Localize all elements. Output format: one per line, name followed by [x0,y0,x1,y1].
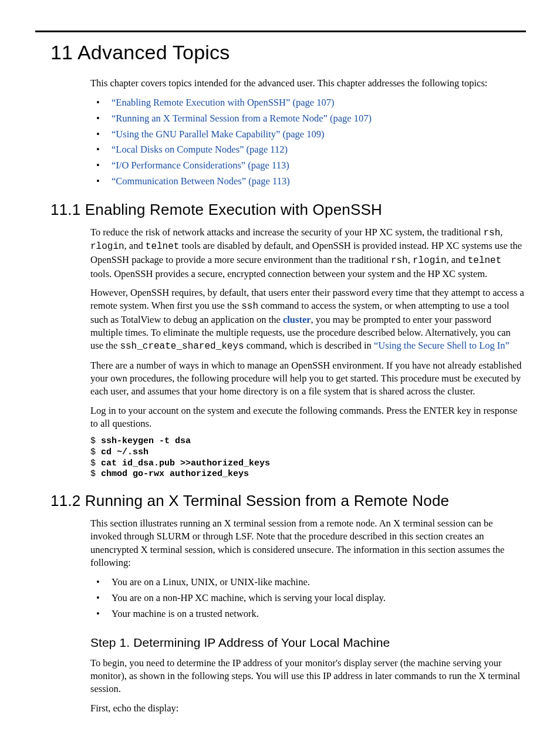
code-inline: telnet [146,241,180,252]
code-block: $ ssh-keygen -t dsa $ cd ~/.ssh $ cat id… [90,436,525,480]
toc-item: “Using the GNU Parallel Make Capability”… [90,127,525,142]
text-run: , and [124,240,146,251]
toc-item: “Local Disks on Compute Nodes” (page 112… [90,143,525,157]
text-run: , [408,254,413,265]
code-inline: rsh [484,228,501,238]
body-paragraph: Log in to your account on the system and… [90,404,525,431]
code-inline: ssh [241,301,258,312]
list-item: You are on a Linux, UNIX, or UNIX-like m… [90,575,525,590]
list-item: Your machine is on a trusted network. [90,607,525,622]
body-paragraph: To begin, you need to determine the IP a… [90,657,525,696]
toc-item: “Running an X Terminal Session from a Re… [90,112,525,126]
toc-item: “I/O Performance Considerations” (page 1… [90,158,525,173]
code-inline: rlogin [413,255,447,266]
toc-link[interactable]: “Using the GNU Parallel Make Capability”… [112,129,324,140]
intro-paragraph: This chapter covers topics intended for … [90,77,525,90]
code-inline: rlogin [90,241,124,252]
prompt: $ [90,458,101,468]
list-item: You are on a non-HP XC machine, which is… [90,591,525,606]
text-run: , [500,227,502,238]
glossary-link-cluster[interactable]: cluster [283,314,311,325]
prompt: $ [90,469,101,479]
code-inline: telnet [468,255,502,266]
command: cd ~/.ssh [101,447,149,457]
body-paragraph: There are a number of ways in which to m… [90,359,525,399]
prompt: $ [90,447,101,457]
body-paragraph: However, OpenSSH requires, by default, t… [90,286,525,353]
text-run: , and [446,254,467,265]
code-inline: ssh_create_shared_keys [120,341,244,352]
link-text: cluster [283,314,311,325]
top-rule [35,31,526,32]
chapter-title: 11 Advanced Topics [50,39,526,66]
command: cat id_dsa.pub >>authorized_keys [101,458,270,468]
assumption-list: You are on a Linux, UNIX, or UNIX-like m… [90,575,525,621]
section-11-1-heading: 11.1 Enabling Remote Execution with Open… [50,200,526,220]
text-run: tools. OpenSSH provides a secure, encryp… [90,268,487,279]
prompt: $ [90,436,101,446]
toc-item: “Enabling Remote Execution with OpenSSH”… [90,96,525,110]
code-inline: rsh [391,255,408,266]
section-11-2-heading: 11.2 Running an X Terminal Session from … [50,491,526,511]
text-run: To reduce the risk of network attacks an… [90,227,484,238]
body-paragraph: This section illustrates running an X te… [90,517,525,569]
toc-item: “Communication Between Nodes” (page 113) [90,174,525,189]
text-run: command, which is described in [244,340,374,351]
toc-link[interactable]: “Running an X Terminal Session from a Re… [112,113,372,124]
toc-link[interactable]: “Communication Between Nodes” (page 113) [112,175,290,187]
xref-link[interactable]: “Using the Secure Shell to Log In” [374,340,510,351]
step-1-heading: Step 1. Determining IP Address of Your L… [90,634,525,651]
toc-list: “Enabling Remote Execution with OpenSSH”… [90,96,525,189]
body-paragraph: To reduce the risk of network attacks an… [90,226,525,281]
command: ssh-keygen -t dsa [101,436,191,446]
toc-link[interactable]: “Enabling Remote Execution with OpenSSH”… [112,97,334,108]
command: chmod go-rwx authorized_keys [101,469,249,479]
toc-link[interactable]: “Local Disks on Compute Nodes” (page 112… [112,144,288,155]
body-paragraph: First, echo the display: [90,702,525,715]
toc-link[interactable]: “I/O Performance Considerations” (page 1… [112,160,289,171]
